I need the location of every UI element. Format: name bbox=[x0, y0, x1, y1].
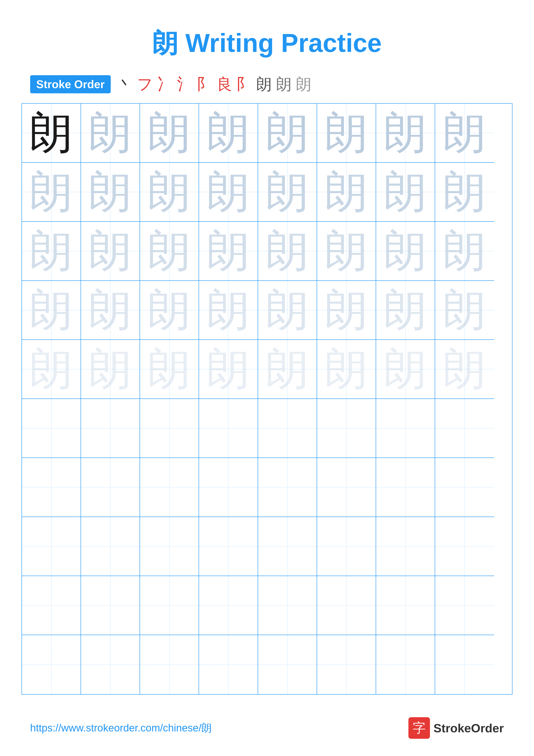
grid-cell[interactable]: 朗 bbox=[22, 163, 81, 222]
grid-cell[interactable] bbox=[376, 458, 435, 517]
practice-char: 朗 bbox=[30, 230, 73, 273]
grid-cell[interactable]: 朗 bbox=[258, 281, 317, 340]
practice-char: 朗 bbox=[266, 288, 309, 332]
grid-cell[interactable] bbox=[81, 517, 140, 576]
practice-char: 朗 bbox=[89, 288, 132, 332]
grid-cell[interactable]: 朗 bbox=[317, 104, 376, 163]
grid-cell[interactable] bbox=[258, 576, 317, 635]
grid-cell[interactable]: 朗 bbox=[376, 340, 435, 399]
grid-cell[interactable] bbox=[22, 576, 81, 635]
grid-cell[interactable]: 朗 bbox=[258, 340, 317, 399]
grid-cell[interactable] bbox=[199, 399, 258, 458]
grid-cell[interactable]: 朗 bbox=[199, 163, 258, 222]
grid-cell[interactable]: 朗 bbox=[22, 281, 81, 340]
grid-cell[interactable]: 朗 bbox=[140, 104, 199, 163]
practice-char: 朗 bbox=[148, 348, 191, 391]
grid-cell[interactable]: 朗 bbox=[22, 104, 81, 163]
grid-cell[interactable] bbox=[140, 399, 199, 458]
grid-cell[interactable]: 朗 bbox=[81, 222, 140, 281]
practice-char: 朗 bbox=[266, 230, 309, 273]
grid-cell[interactable] bbox=[435, 399, 494, 458]
grid-row-7 bbox=[22, 458, 512, 517]
practice-char: 朗 bbox=[30, 348, 73, 391]
grid-cell[interactable]: 朗 bbox=[435, 104, 494, 163]
grid-cell[interactable]: 朗 bbox=[435, 281, 494, 340]
practice-char: 朗 bbox=[30, 111, 73, 154]
practice-char: 朗 bbox=[207, 348, 250, 391]
grid-cell[interactable]: 朗 bbox=[140, 281, 199, 340]
practice-char: 朗 bbox=[207, 288, 250, 332]
grid-cell[interactable] bbox=[199, 458, 258, 517]
grid-cell[interactable] bbox=[376, 635, 435, 694]
grid-cell[interactable] bbox=[140, 517, 199, 576]
grid-cell[interactable] bbox=[22, 635, 81, 694]
grid-cell[interactable] bbox=[140, 458, 199, 517]
grid-cell[interactable]: 朗 bbox=[199, 281, 258, 340]
grid-cell[interactable] bbox=[258, 399, 317, 458]
grid-cell[interactable] bbox=[140, 576, 199, 635]
grid-cell[interactable] bbox=[140, 635, 199, 694]
grid-cell[interactable] bbox=[81, 576, 140, 635]
grid-cell[interactable] bbox=[199, 517, 258, 576]
grid-cell[interactable]: 朗 bbox=[22, 340, 81, 399]
stroke-10: 朗 bbox=[296, 74, 312, 94]
grid-cell[interactable]: 朗 bbox=[317, 281, 376, 340]
grid-cell[interactable]: 朗 bbox=[258, 163, 317, 222]
practice-char: 朗 bbox=[443, 230, 486, 273]
stroke-order-chars: 丶 フ 冫 氵 阝 良 阝 朗 朗 朗 bbox=[117, 74, 312, 94]
grid-cell[interactable] bbox=[22, 399, 81, 458]
grid-cell[interactable]: 朗 bbox=[435, 340, 494, 399]
grid-cell[interactable] bbox=[317, 399, 376, 458]
grid-cell[interactable]: 朗 bbox=[199, 340, 258, 399]
grid-cell[interactable]: 朗 bbox=[81, 281, 140, 340]
footer: https://www.strokeorder.com/chinese/朗 字 … bbox=[0, 717, 534, 739]
grid-cell[interactable]: 朗 bbox=[81, 340, 140, 399]
grid-cell[interactable] bbox=[376, 517, 435, 576]
grid-cell[interactable] bbox=[376, 576, 435, 635]
grid-cell[interactable]: 朗 bbox=[258, 222, 317, 281]
grid-cell[interactable]: 朗 bbox=[376, 222, 435, 281]
grid-cell[interactable] bbox=[435, 635, 494, 694]
grid-cell[interactable]: 朗 bbox=[199, 104, 258, 163]
grid-cell[interactable]: 朗 bbox=[376, 281, 435, 340]
grid-cell[interactable] bbox=[435, 458, 494, 517]
grid-cell[interactable]: 朗 bbox=[140, 222, 199, 281]
grid-cell[interactable]: 朗 bbox=[317, 163, 376, 222]
grid-cell[interactable]: 朗 bbox=[140, 163, 199, 222]
stroke-8: 朗 bbox=[256, 74, 272, 94]
grid-cell[interactable] bbox=[317, 576, 376, 635]
grid-cell[interactable]: 朗 bbox=[317, 222, 376, 281]
grid-cell[interactable] bbox=[199, 635, 258, 694]
grid-cell[interactable]: 朗 bbox=[435, 222, 494, 281]
grid-cell[interactable] bbox=[435, 517, 494, 576]
practice-char: 朗 bbox=[443, 171, 486, 214]
grid-cell[interactable]: 朗 bbox=[140, 340, 199, 399]
grid-cell[interactable] bbox=[317, 635, 376, 694]
grid-cell[interactable]: 朗 bbox=[376, 104, 435, 163]
grid-cell[interactable]: 朗 bbox=[376, 163, 435, 222]
grid-cell[interactable]: 朗 bbox=[81, 104, 140, 163]
grid-cell[interactable] bbox=[22, 517, 81, 576]
grid-cell[interactable] bbox=[22, 458, 81, 517]
grid-cell[interactable] bbox=[258, 517, 317, 576]
grid-cell[interactable]: 朗 bbox=[22, 222, 81, 281]
grid-cell[interactable] bbox=[376, 399, 435, 458]
grid-cell[interactable] bbox=[81, 399, 140, 458]
grid-cell[interactable]: 朗 bbox=[258, 104, 317, 163]
grid-cell[interactable] bbox=[258, 458, 317, 517]
grid-cell[interactable] bbox=[317, 517, 376, 576]
stroke-order-badge: Stroke Order bbox=[30, 75, 111, 93]
grid-cell[interactable]: 朗 bbox=[81, 163, 140, 222]
grid-cell[interactable] bbox=[258, 635, 317, 694]
practice-char: 朗 bbox=[207, 111, 250, 154]
grid-cell[interactable]: 朗 bbox=[435, 163, 494, 222]
grid-cell[interactable] bbox=[199, 576, 258, 635]
footer-url[interactable]: https://www.strokeorder.com/chinese/朗 bbox=[30, 721, 212, 735]
grid-cell[interactable]: 朗 bbox=[317, 340, 376, 399]
page-title: 朗 Writing Practice bbox=[0, 0, 534, 74]
grid-cell[interactable]: 朗 bbox=[199, 222, 258, 281]
grid-cell[interactable] bbox=[317, 458, 376, 517]
grid-cell[interactable] bbox=[435, 576, 494, 635]
grid-cell[interactable] bbox=[81, 458, 140, 517]
grid-cell[interactable] bbox=[81, 635, 140, 694]
